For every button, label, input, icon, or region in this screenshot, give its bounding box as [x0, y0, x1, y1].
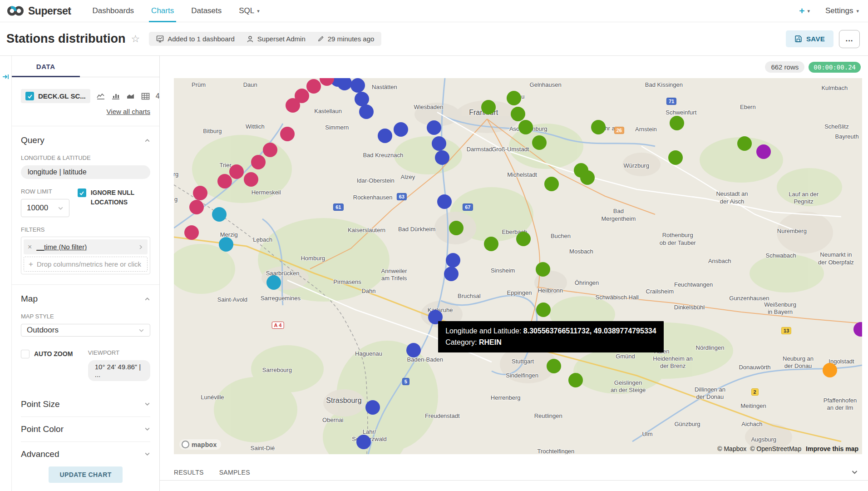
save-button[interactable]: SAVE — [786, 30, 833, 47]
row-count-badge: 662 rows — [765, 61, 804, 73]
map-point-blue[interactable] — [437, 194, 452, 209]
settings-menu[interactable]: Settings ▾ — [825, 6, 859, 15]
map-point-green[interactable] — [516, 232, 531, 246]
map-point-green[interactable] — [737, 136, 752, 151]
map-point-blue[interactable] — [444, 267, 459, 281]
query-section-header[interactable]: Query — [21, 135, 150, 145]
bar-chart-icon[interactable] — [111, 93, 120, 100]
map-point-pink[interactable] — [229, 164, 244, 179]
map-point-pink[interactable] — [286, 98, 300, 113]
nav-item-charts[interactable]: Charts — [143, 0, 182, 22]
map-point-green[interactable] — [670, 116, 684, 130]
nav-item-sql[interactable]: SQL▾ — [230, 0, 268, 22]
tab-samples[interactable]: SAMPLES — [219, 465, 250, 480]
section-point-size[interactable]: Point Size — [21, 392, 150, 417]
superset-logo[interactable]: Superset — [6, 0, 71, 22]
dashboards-meta[interactable]: Added to 1 dashboard — [156, 35, 235, 43]
map-point-green[interactable] — [536, 262, 550, 277]
map-point-blue[interactable] — [359, 104, 374, 119]
map-point-blue[interactable] — [350, 78, 365, 93]
map-point-purple[interactable] — [756, 144, 771, 159]
map-point-cyan[interactable] — [219, 237, 233, 252]
map-point-pink[interactable] — [189, 200, 204, 214]
map-point-pink[interactable] — [193, 186, 207, 200]
deckgl-map[interactable]: PrümDaunNastättenGelnhausenBad Kissingen… — [174, 78, 862, 454]
map-point-blue[interactable] — [427, 120, 441, 135]
favorite-star-icon[interactable]: ☆ — [131, 33, 140, 45]
ignore-null-checkbox[interactable]: IGNORE NULL LOCATIONS — [78, 188, 150, 217]
nav-item-datasets[interactable]: Datasets — [182, 0, 230, 22]
map-point-pink[interactable] — [280, 127, 295, 141]
mapbox-logo[interactable]: mapbox — [179, 439, 221, 450]
map-town-label: Eppingen — [507, 289, 532, 297]
viz-type-4k[interactable]: 4k — [156, 92, 160, 100]
map-point-blue[interactable] — [432, 136, 446, 151]
map-point-blue[interactable] — [356, 435, 371, 449]
map-point-green[interactable] — [484, 237, 498, 251]
map-point-green[interactable] — [481, 100, 496, 114]
tab-data[interactable]: DATA — [12, 56, 80, 77]
map-point-green[interactable] — [449, 221, 464, 235]
viewport-value-pill[interactable]: 10° 24' 49.86" | ... — [88, 360, 150, 381]
map-point-green[interactable] — [547, 359, 561, 373]
map-style-select[interactable]: Outdoors — [21, 324, 150, 337]
map-point-orange[interactable] — [823, 363, 837, 377]
section-point-color[interactable]: Point Color — [21, 417, 150, 441]
row-limit-select[interactable]: 10000 — [21, 199, 69, 217]
line-chart-icon[interactable] — [96, 93, 105, 100]
status-row: 662 rows 00:00:00.24 — [160, 56, 868, 78]
map-point-pink[interactable] — [217, 174, 232, 188]
map-point-pink[interactable] — [184, 225, 199, 240]
area-chart-icon[interactable] — [126, 93, 135, 100]
auto-zoom-checkbox[interactable]: AUTO ZOOM — [21, 349, 80, 381]
map-point-blue[interactable] — [435, 150, 449, 165]
view-all-charts-link[interactable]: View all charts — [107, 108, 150, 115]
expand-panel-icon[interactable] — [2, 73, 10, 80]
map-point-cyan[interactable] — [266, 275, 281, 290]
nav-item-dashboards[interactable]: Dashboards — [84, 0, 143, 22]
mapbox-attribution-link[interactable]: © Mapbox — [717, 445, 746, 452]
owner-meta[interactable]: Superset Admin — [247, 35, 306, 43]
chevron-up-icon — [144, 296, 150, 302]
modified-meta[interactable]: 29 minutes ago — [317, 35, 375, 43]
more-actions-button[interactable]: ... — [839, 30, 860, 48]
map-point-pink[interactable] — [244, 172, 258, 187]
tab-results[interactable]: RESULTS — [174, 465, 204, 480]
dashboards-meta-label: Added to 1 dashboard — [168, 35, 235, 43]
save-disk-icon — [794, 35, 802, 43]
new-item-dropdown[interactable]: + ▾ — [799, 5, 810, 16]
map-town-label: Arnstein — [635, 125, 657, 133]
map-section-header[interactable]: Map — [21, 294, 150, 304]
remove-filter-icon[interactable]: × — [28, 243, 32, 251]
map-town-label: Buchen — [551, 233, 571, 240]
filter-time-pill[interactable]: × __time (No filter) — [24, 239, 148, 254]
map-point-blue[interactable] — [446, 253, 460, 268]
map-point-green[interactable] — [591, 120, 606, 134]
collapse-results-icon[interactable] — [851, 469, 858, 476]
map-point-blue[interactable] — [406, 343, 421, 357]
map-point-green[interactable] — [532, 135, 547, 150]
map-point-green[interactable] — [580, 170, 595, 185]
map-point-green[interactable] — [568, 373, 583, 387]
map-point-green[interactable] — [507, 91, 521, 105]
osm-attribution-link[interactable]: © OpenStreetMap — [750, 445, 801, 452]
map-point-pink[interactable] — [263, 143, 277, 157]
table-icon[interactable] — [141, 93, 150, 100]
map-point-blue[interactable] — [365, 400, 380, 415]
map-point-green[interactable] — [668, 150, 683, 165]
filter-drop-zone[interactable]: + Drop columns/metrics here or click — [24, 257, 148, 272]
improve-map-link[interactable]: Improve this map — [806, 445, 858, 452]
map-point-blue[interactable] — [378, 129, 392, 143]
map-point-green[interactable] — [511, 107, 525, 121]
lonlat-value-pill[interactable]: longitude | latitude — [21, 165, 150, 179]
viz-type-deckgl-scatter[interactable]: DECK.GL SC... — [21, 89, 90, 103]
section-advanced[interactable]: Advanced — [21, 441, 150, 466]
map-point-green[interactable] — [544, 177, 559, 191]
map-point-green[interactable] — [518, 120, 533, 134]
map-point-pink[interactable] — [251, 155, 266, 169]
map-point-green[interactable] — [536, 303, 551, 317]
map-point-blue[interactable] — [394, 122, 408, 137]
map-point-cyan[interactable] — [212, 207, 227, 222]
map-point-pink[interactable] — [306, 79, 321, 94]
update-chart-button[interactable]: UPDATE CHART — [49, 466, 122, 483]
